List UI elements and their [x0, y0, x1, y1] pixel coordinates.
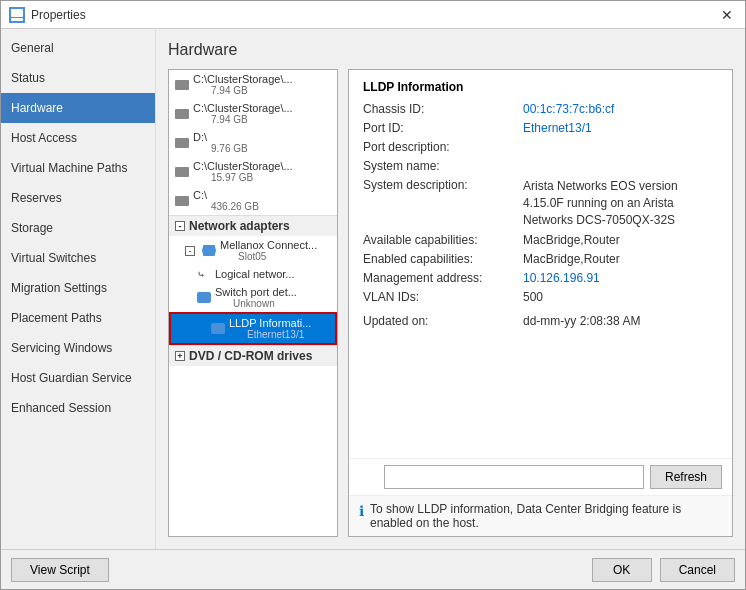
logical-network-icon: ⤷ — [197, 269, 211, 280]
sidebar-item-enhanced-session[interactable]: Enhanced Session — [1, 393, 155, 423]
mgmt-addr-value: 10.126.196.91 — [523, 271, 718, 285]
port-id-label: Port ID: — [363, 121, 523, 135]
sys-desc-value: Arista Networks EOS version 4.15.0F runn… — [523, 178, 718, 228]
lldp-content: LLDP Information Chassis ID: 00:1c:73:7c… — [349, 70, 732, 458]
disk-4-size: 15.97 GB — [211, 172, 293, 183]
dvd-collapse-icon: + — [175, 351, 185, 361]
switch-icon — [197, 292, 211, 303]
info-note: ℹ To show LLDP information, Data Center … — [349, 495, 732, 536]
switch-sub: Unknown — [233, 298, 297, 309]
lldp-row-vlan: VLAN IDs: 500 — [363, 290, 718, 304]
logical-network-label: Logical networ... — [215, 268, 295, 280]
sidebar-item-general[interactable]: General — [1, 33, 155, 63]
disk-1-size: 7.94 GB — [211, 85, 293, 96]
mgmt-addr-label: Management address: — [363, 271, 523, 285]
lldp-row-sys-name: System name: — [363, 159, 718, 173]
disk-2-label: C:\ClusterStorage\... — [193, 102, 293, 114]
tree-disk-2[interactable]: C:\ClusterStorage\... 7.94 GB — [169, 99, 337, 128]
tree-disk-4[interactable]: C:\ClusterStorage\... 15.97 GB — [169, 157, 337, 186]
sidebar-item-guardian[interactable]: Host Guardian Service — [1, 363, 155, 393]
sidebar-item-virtual-switches[interactable]: Virtual Switches — [1, 243, 155, 273]
sidebar-item-vm-paths[interactable]: Virtual Machine Paths — [1, 153, 155, 183]
refresh-row: Refresh — [349, 458, 732, 495]
disk-4-label: C:\ClusterStorage\... — [193, 160, 293, 172]
view-script-button[interactable]: View Script — [11, 558, 109, 582]
disk-icon-4 — [175, 167, 189, 177]
lldp-row-chassis: Chassis ID: 00:1c:73:7c:b6:cf — [363, 102, 718, 116]
disk-2-size: 7.94 GB — [211, 114, 293, 125]
disk-icon-5 — [175, 196, 189, 206]
lldp-label: LLDP Informati... — [229, 317, 311, 329]
lldp-row-mgmt-addr: Management address: 10.126.196.91 — [363, 271, 718, 285]
sidebar-item-migration[interactable]: Migration Settings — [1, 273, 155, 303]
ok-button[interactable]: OK — [592, 558, 652, 582]
bottom-right-buttons: OK Cancel — [592, 558, 735, 582]
lldp-row-avail-cap: Available capabilities: MacBridge,Router — [363, 233, 718, 247]
sidebar-item-storage[interactable]: Storage — [1, 213, 155, 243]
hardware-tree[interactable]: C:\ClusterStorage\... 7.94 GB C:\Cluster… — [168, 69, 338, 537]
info-icon: ℹ — [359, 503, 364, 519]
network-section-header[interactable]: - Network adapters — [169, 215, 337, 236]
close-button[interactable]: ✕ — [717, 5, 737, 25]
cancel-button[interactable]: Cancel — [660, 558, 735, 582]
sys-name-label: System name: — [363, 159, 523, 173]
network-section-label: Network adapters — [189, 219, 290, 233]
sys-desc-label: System description: — [363, 178, 523, 192]
lldp-info-panel: LLDP Information Chassis ID: 00:1c:73:7c… — [348, 69, 733, 537]
disk-5-label: C:\ — [193, 189, 259, 201]
disk-3-label: D:\ — [193, 131, 248, 143]
lldp-info-title: LLDP Information — [363, 80, 718, 94]
sidebar-item-hardware[interactable]: Hardware — [1, 93, 155, 123]
sidebar-item-status[interactable]: Status — [1, 63, 155, 93]
mellanox-label: Mellanox Connect... — [220, 239, 317, 251]
port-id-value: Ethernet13/1 — [523, 121, 718, 135]
enabled-cap-label: Enabled capabilities: — [363, 252, 523, 266]
disk-icon-1 — [175, 80, 189, 90]
sidebar-item-reserves[interactable]: Reserves — [1, 183, 155, 213]
dvd-section-header[interactable]: + DVD / CD-ROM drives — [169, 345, 337, 366]
tree-lldp[interactable]: LLDP Informati... Ethernet13/1 — [169, 312, 337, 345]
sidebar: General Status Hardware Host Access Virt… — [1, 29, 156, 549]
tree-network-mellanox[interactable]: - Mellanox Connect... Slot05 — [169, 236, 337, 265]
title-bar-icon — [9, 7, 25, 23]
lldp-icon — [211, 323, 225, 334]
disk-5-size: 436.26 GB — [211, 201, 259, 212]
lldp-row-port-desc: Port description: — [363, 140, 718, 154]
svg-rect-1 — [11, 18, 23, 21]
bottom-left-buttons: View Script — [11, 558, 109, 582]
hardware-layout: C:\ClusterStorage\... 7.94 GB C:\Cluster… — [168, 69, 733, 537]
sidebar-item-placement[interactable]: Placement Paths — [1, 303, 155, 333]
lldp-row-port-id: Port ID: Ethernet13/1 — [363, 121, 718, 135]
content-area: General Status Hardware Host Access Virt… — [1, 29, 745, 549]
sidebar-item-servicing[interactable]: Servicing Windows — [1, 333, 155, 363]
switch-label: Switch port det... — [215, 286, 297, 298]
tree-switch-port[interactable]: Switch port det... Unknown — [169, 283, 337, 312]
lldp-row-updated: Updated on: dd-mm-yy 2:08:38 AM — [363, 314, 718, 328]
refresh-button[interactable]: Refresh — [650, 465, 722, 489]
dvd-section-label: DVD / CD-ROM drives — [189, 349, 312, 363]
tree-disk-3[interactable]: D:\ 9.76 GB — [169, 128, 337, 157]
tree-logical-network[interactable]: ⤷ Logical networ... — [169, 265, 337, 283]
info-note-text: To show LLDP information, Data Center Br… — [370, 502, 722, 530]
disk-icon-3 — [175, 138, 189, 148]
network-expand-icon: - — [185, 246, 195, 256]
title-bar-title: Properties — [31, 8, 717, 22]
chassis-label: Chassis ID: — [363, 102, 523, 116]
tree-disk-1[interactable]: C:\ClusterStorage\... 7.94 GB — [169, 70, 337, 99]
sidebar-item-host-access[interactable]: Host Access — [1, 123, 155, 153]
disk-1-label: C:\ClusterStorage\... — [193, 73, 293, 85]
properties-window: Properties ✕ General Status Hardware Hos… — [0, 0, 746, 590]
port-desc-label: Port description: — [363, 140, 523, 154]
enabled-cap-value: MacBridge,Router — [523, 252, 718, 266]
lldp-row-sys-desc: System description: Arista Networks EOS … — [363, 178, 718, 228]
avail-cap-label: Available capabilities: — [363, 233, 523, 247]
svg-rect-0 — [11, 9, 23, 17]
title-bar: Properties ✕ — [1, 1, 745, 29]
tree-disk-5[interactable]: C:\ 436.26 GB — [169, 186, 337, 215]
lldp-search-input[interactable] — [384, 465, 644, 489]
vlan-label: VLAN IDs: — [363, 290, 523, 304]
main-panel: Hardware C:\ClusterStorage\... 7.94 GB — [156, 29, 745, 549]
updated-label: Updated on: — [363, 314, 523, 328]
disk-3-size: 9.76 GB — [211, 143, 248, 154]
chassis-value: 00:1c:73:7c:b6:cf — [523, 102, 718, 116]
